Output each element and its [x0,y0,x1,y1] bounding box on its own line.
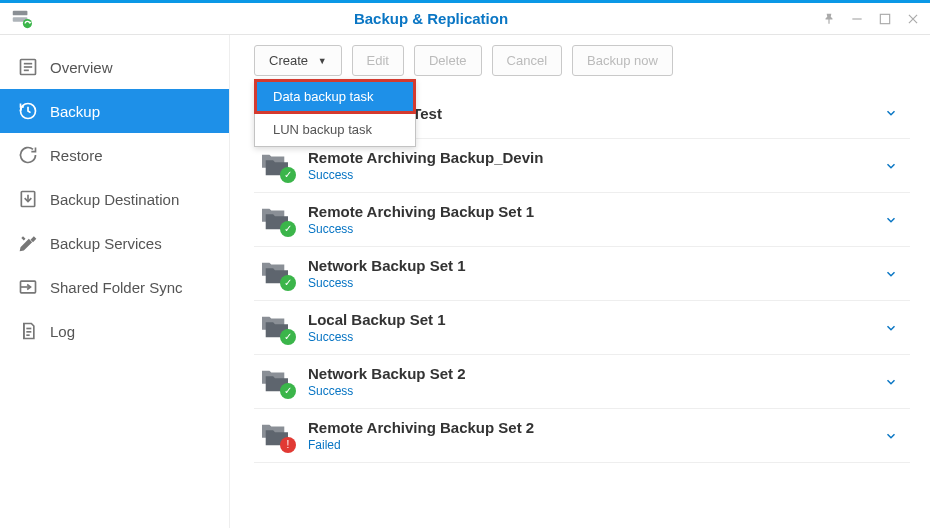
task-row[interactable]: ✓Network Backup Set 2Success [254,355,910,409]
fail-badge-icon: ! [280,437,296,453]
svg-rect-5 [880,14,889,23]
chevron-down-icon [884,213,904,227]
task-status: Success [308,384,884,398]
success-badge-icon: ✓ [280,275,296,291]
create-button-label: Create [269,53,308,68]
task-name: Remote Archiving Backup Set 2 [308,419,884,436]
svg-point-2 [23,19,32,28]
folder-stack-icon: ✓ [260,151,294,181]
close-button[interactable] [906,12,920,26]
window-title: Backup & Replication [40,10,822,27]
backup-now-button[interactable]: Backup now [572,45,673,76]
task-row[interactable]: ✓Local Backup Set 1Success [254,301,910,355]
pin-icon[interactable] [822,12,836,26]
task-status: Success [308,276,884,290]
task-name: Network Backup Set 2 [308,365,884,382]
services-icon [18,233,38,253]
task-row[interactable]: ✓Remote Archiving Backup_DevinSuccess [254,139,910,193]
maximize-button[interactable] [878,12,892,26]
backup-icon [18,101,38,121]
task-status: Failed [308,438,884,452]
folder-stack-icon: ✓ [260,205,294,235]
sync-icon [18,277,38,297]
folder-stack-icon: ✓ [260,259,294,289]
task-name: Remote Archiving Backup_Devin [308,149,884,166]
task-name: Remote Archiving Backup Set 1 [308,203,884,220]
sidebar-item-label: Restore [50,147,103,164]
svg-rect-4 [852,18,861,19]
sidebar-item-label: Shared Folder Sync [50,279,183,296]
chevron-down-icon [884,321,904,335]
success-badge-icon: ✓ [280,329,296,345]
sidebar-item-log[interactable]: Log [0,309,229,353]
toolbar: Create ▼ Edit Delete Cancel Backup now [254,45,910,76]
cancel-button[interactable]: Cancel [492,45,562,76]
svg-rect-0 [13,10,28,15]
sidebar-item-overview[interactable]: Overview [0,45,229,89]
app-icon [10,8,32,30]
sidebar-item-label: Log [50,323,75,340]
sidebar-item-label: Backup [50,103,100,120]
delete-button[interactable]: Delete [414,45,482,76]
task-row[interactable]: ✓Network Backup Set 1Success [254,247,910,301]
folder-stack-icon: ✓ [260,367,294,397]
destination-icon [18,189,38,209]
sidebar-item-label: Overview [50,59,113,76]
task-name: Local Backup Set 1 [308,311,884,328]
sidebar-item-backup-destination[interactable]: Backup Destination [0,177,229,221]
log-icon [18,321,38,341]
sidebar-item-backup[interactable]: Backup [0,89,229,133]
sidebar: Overview Backup Restore Backup Destinati… [0,35,230,528]
sidebar-item-label: Backup Destination [50,191,179,208]
folder-stack-icon: ! [260,421,294,451]
sidebar-item-restore[interactable]: Restore [0,133,229,177]
sidebar-item-shared-folder-sync[interactable]: Shared Folder Sync [0,265,229,309]
chevron-down-icon [884,106,904,120]
task-row[interactable]: !Remote Archiving Backup Set 2Failed [254,409,910,463]
titlebar: Backup & Replication [0,3,930,35]
minimize-button[interactable] [850,12,864,26]
task-status: Success [308,222,884,236]
task-status: Success [308,168,884,182]
task-row[interactable]: ✓Remote Archiving Backup Set 1Success [254,193,910,247]
chevron-down-icon [884,159,904,173]
task-name: Network Backup Set 1 [308,257,884,274]
task-status: Success [308,330,884,344]
sidebar-item-backup-services[interactable]: Backup Services [0,221,229,265]
success-badge-icon: ✓ [280,383,296,399]
caret-down-icon: ▼ [318,56,327,66]
folder-stack-icon: ✓ [260,313,294,343]
chevron-down-icon [884,375,904,389]
create-dropdown: Data backup task LUN backup task [254,79,416,147]
edit-button[interactable]: Edit [352,45,404,76]
sidebar-item-label: Backup Services [50,235,162,252]
create-button[interactable]: Create ▼ [254,45,342,76]
success-badge-icon: ✓ [280,221,296,237]
restore-icon [18,145,38,165]
main-panel: Create ▼ Edit Delete Cancel Backup now D… [230,35,930,528]
chevron-down-icon [884,267,904,281]
menu-item-data-backup-task[interactable]: Data backup task [255,80,415,113]
menu-item-lun-backup-task[interactable]: LUN backup task [255,113,415,146]
success-badge-icon: ✓ [280,167,296,183]
overview-icon [18,57,38,77]
chevron-down-icon [884,429,904,443]
